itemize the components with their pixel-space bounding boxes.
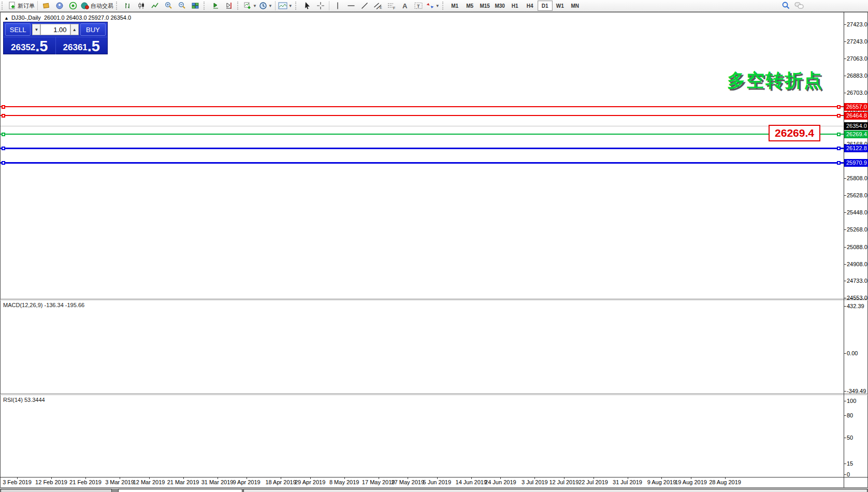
zoom-in-button[interactable] — [162, 1, 175, 11]
bottom-tab-active[interactable] — [118, 489, 242, 492]
line-chart-button[interactable] — [148, 1, 162, 11]
date-label: 17 May 2019 — [362, 479, 395, 485]
price-tag: 26464.8 — [844, 112, 868, 120]
tile-windows-button[interactable] — [189, 1, 202, 11]
hline-26269.4[interactable] — [1, 134, 844, 135]
zoom-out-button[interactable] — [175, 1, 189, 11]
market-watch-icon — [42, 2, 50, 10]
timeframe-H1[interactable]: H1 — [508, 1, 523, 11]
chevron-down-icon: ▼ — [253, 4, 257, 8]
hline-handle[interactable] — [2, 114, 5, 118]
date-label: 18 Apr 2019 — [265, 479, 296, 485]
hline-handle[interactable] — [2, 105, 5, 109]
timeframe-M30[interactable]: M30 — [493, 1, 508, 11]
turning-point-annotation[interactable]: 多空转折点 — [727, 68, 823, 93]
bottom-tab[interactable] — [1, 489, 112, 492]
collapse-arrow-icon[interactable]: ▲ — [4, 16, 9, 21]
date-tick-mark — [281, 477, 281, 479]
indicators-button[interactable]: ▼ — [242, 1, 258, 11]
trendline-button[interactable] — [358, 1, 371, 11]
navigator-button[interactable] — [53, 1, 66, 11]
timeframe-MN[interactable]: MN — [568, 1, 583, 11]
hline-handle[interactable] — [837, 133, 841, 136]
periods-button[interactable]: ▼ — [258, 1, 273, 11]
fibonacci-button[interactable]: F — [385, 1, 398, 11]
volume-down-button[interactable]: ▼ — [32, 24, 40, 35]
hline-26122.8[interactable] — [1, 148, 844, 149]
macd-panel-separator[interactable] — [0, 299, 868, 299]
autotrading-button[interactable]: 自动交易 — [80, 1, 114, 11]
market-watch-button[interactable] — [39, 1, 53, 11]
sell-price[interactable]: 26352.5 — [4, 37, 56, 54]
volume-input[interactable]: 1.00 — [40, 24, 70, 35]
bottom-tab[interactable] — [243, 489, 867, 492]
equidistant-channel-button[interactable]: E — [371, 1, 385, 11]
arrows-button[interactable]: ▼ — [425, 1, 441, 11]
text-button[interactable]: A — [398, 1, 412, 11]
rsi-panel-separator[interactable] — [0, 394, 868, 394]
symbol-period: DJ30-,Daily — [11, 15, 41, 21]
date-label: 12 Jul 2019 — [549, 479, 578, 485]
cursor-button[interactable] — [300, 1, 314, 11]
hline-handle[interactable] — [837, 105, 841, 109]
sell-price-pips: .5 — [35, 39, 48, 53]
hline-26557[interactable] — [1, 106, 844, 107]
hline-handle[interactable] — [837, 114, 841, 118]
date-tick-mark — [691, 477, 691, 479]
hline-handle[interactable] — [837, 161, 841, 165]
timeframe-H4[interactable]: H4 — [523, 1, 538, 11]
buy-button[interactable]: BUY — [80, 23, 106, 36]
date-tick-mark — [725, 477, 726, 479]
date-tick-mark — [408, 477, 408, 479]
date-tick-mark — [344, 477, 345, 479]
buy-price[interactable]: 26361.5 — [56, 37, 108, 54]
svg-text:E: E — [380, 6, 382, 9]
hline-26354[interactable] — [1, 126, 844, 126]
fibonacci-icon: F — [387, 2, 396, 10]
timeframe-D1[interactable]: D1 — [538, 1, 553, 11]
vertical-line-button[interactable] — [331, 1, 344, 11]
text-label-button[interactable]: T — [412, 1, 425, 11]
price-callout-box[interactable]: 26269.4 — [769, 125, 820, 141]
rsi-axis-tick: 80 — [847, 412, 853, 418]
trendline-icon — [360, 2, 369, 10]
signals-button[interactable] — [66, 1, 80, 11]
volume-up-button[interactable]: ▲ — [70, 24, 79, 35]
timeframe-M15[interactable]: M15 — [478, 1, 493, 11]
mt4-application: 新订单 自动交易 ▼ ▼ ▼ E F A T ▼ — [0, 0, 868, 492]
hline-handle[interactable] — [837, 147, 841, 150]
chart-shift-icon — [225, 2, 233, 10]
horizontal-line-button[interactable] — [344, 1, 358, 11]
search-button[interactable] — [779, 1, 792, 11]
price-axis-tick-mark — [844, 212, 846, 213]
autoscroll-button[interactable] — [209, 1, 222, 11]
timeframe-M5[interactable]: M5 — [462, 1, 478, 11]
hline-25970.9[interactable] — [1, 162, 844, 164]
date-label: 24 Jun 2019 — [485, 479, 516, 485]
hline-handle[interactable] — [2, 161, 5, 165]
text-label-icon: T — [414, 2, 423, 10]
date-label: 5 Jun 2019 — [423, 479, 451, 485]
search-icon — [781, 1, 790, 10]
rsi-axis-tick-mark — [844, 464, 846, 464]
new-order-button[interactable]: 新订单 — [7, 1, 36, 11]
chat-button[interactable] — [792, 1, 806, 11]
equidistant-channel-icon: E — [373, 2, 383, 10]
date-label: 19 Aug 2019 — [675, 479, 707, 485]
hline-handle[interactable] — [2, 133, 5, 136]
toolbar-grip — [2, 2, 5, 10]
timeframe-W1[interactable]: W1 — [553, 1, 568, 11]
timeframe-M1[interactable]: M1 — [447, 1, 462, 11]
price-axis-tick: 25088.0 — [847, 244, 867, 250]
candlestick-chart-button[interactable] — [135, 1, 148, 11]
chart-shift-button[interactable] — [222, 1, 236, 11]
hline-handle[interactable] — [2, 147, 5, 150]
sell-price-main: 26352 — [11, 42, 35, 53]
sell-button[interactable]: SELL — [5, 23, 31, 36]
templates-button[interactable]: ▼ — [277, 1, 294, 11]
crosshair-button[interactable] — [314, 1, 327, 11]
price-axis-tick: 24553.0 — [847, 295, 867, 301]
hline-26464.8[interactable] — [1, 115, 844, 116]
buy-price-pips: .5 — [88, 39, 100, 53]
bar-chart-button[interactable] — [121, 1, 135, 11]
